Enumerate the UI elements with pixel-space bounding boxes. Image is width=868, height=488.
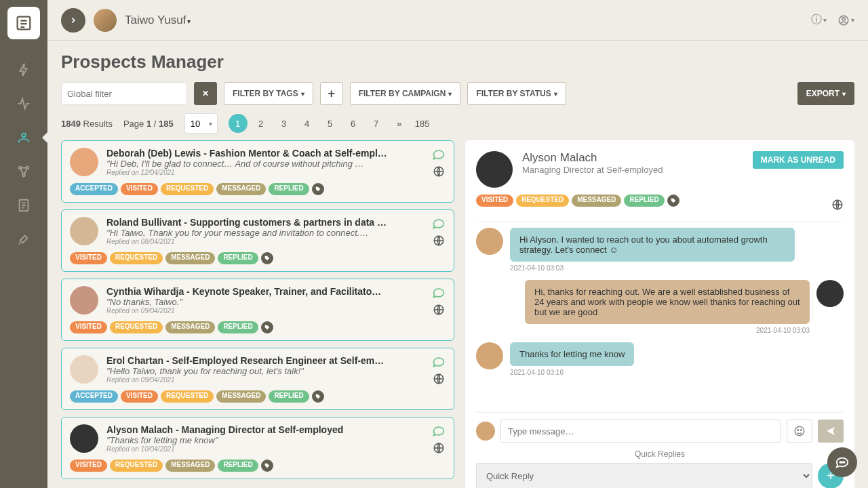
nav-activity-icon[interactable] bbox=[11, 57, 37, 83]
globe-icon[interactable] bbox=[831, 199, 844, 211]
chat-icon[interactable] bbox=[432, 148, 446, 161]
global-filter-input[interactable] bbox=[61, 82, 187, 105]
page-title: Prospects Manager bbox=[61, 52, 854, 73]
prospect-title: Erol Chartan - Self-Employed Research En… bbox=[106, 355, 424, 366]
send-button[interactable] bbox=[818, 420, 844, 443]
status-tag-visited: VISITED bbox=[121, 390, 158, 403]
prospect-card[interactable]: Alyson Malach - Managing Director at Sel… bbox=[61, 417, 454, 479]
chat-icon[interactable] bbox=[432, 424, 446, 438]
globe-icon[interactable] bbox=[433, 373, 445, 385]
app-logo bbox=[7, 7, 40, 39]
status-tag-messaged: MESSAGED bbox=[165, 252, 215, 264]
filter-by-campaign-button[interactable]: FILTER BY CAMPAIGN▾ bbox=[350, 82, 461, 105]
svg-point-19 bbox=[844, 462, 845, 463]
message-bubble: Thanks for letting me know bbox=[510, 342, 634, 366]
prospect-title: Alyson Malach - Managing Director at Sel… bbox=[106, 424, 424, 435]
prospect-tags: VISITEDREQUESTEDMESSAGEDREPLIED bbox=[70, 321, 446, 333]
page-button[interactable]: 5 bbox=[321, 114, 340, 133]
add-tag-filter-button[interactable]: + bbox=[320, 82, 343, 105]
status-tag-requested: REQUESTED bbox=[161, 390, 214, 403]
globe-icon[interactable] bbox=[433, 235, 445, 247]
page-button[interactable]: 2 bbox=[252, 114, 271, 133]
prospect-date: Replied on 08/04/2021 bbox=[106, 238, 424, 245]
status-tag-messaged: MESSAGED bbox=[165, 321, 215, 333]
globe-icon[interactable] bbox=[433, 442, 445, 454]
prospect-card[interactable]: Deborah (Deb) Lewis - Fashion Mentor & C… bbox=[61, 140, 454, 203]
prospect-avatar bbox=[70, 355, 98, 384]
prospect-date: Replied on 09/04/2021 bbox=[106, 307, 424, 314]
chat-icon[interactable] bbox=[432, 286, 446, 300]
nav-tools-icon[interactable] bbox=[11, 226, 37, 252]
status-tag-replied: REPLIED bbox=[218, 321, 258, 333]
page-button[interactable]: 6 bbox=[344, 114, 363, 133]
nav-prospects-icon[interactable] bbox=[11, 125, 37, 150]
export-button[interactable]: EXPORT▾ bbox=[797, 82, 854, 105]
page-button[interactable]: 1 bbox=[229, 114, 248, 133]
message-bubble: Hi, thanks for reaching out. We are a we… bbox=[525, 280, 810, 324]
status-tag-visited: VISITED bbox=[70, 460, 107, 472]
nav-network-icon[interactable] bbox=[11, 159, 37, 184]
prospect-card[interactable]: Roland Bullivant - Supporting customers … bbox=[61, 209, 454, 272]
svg-point-17 bbox=[840, 462, 841, 463]
status-tag-requested: REQUESTED bbox=[110, 460, 163, 472]
prospect-avatar bbox=[70, 217, 98, 245]
mark-unread-button[interactable]: MARK AS UNREAD bbox=[753, 151, 844, 169]
prospect-avatar bbox=[70, 148, 98, 176]
status-tag-requested: REQUESTED bbox=[110, 321, 163, 333]
status-tag-messaged: MESSAGED bbox=[216, 183, 266, 195]
composer bbox=[476, 413, 844, 443]
status-tag-messaged: MESSAGED bbox=[216, 390, 266, 403]
status-tag-replied: REPLIED bbox=[624, 195, 664, 207]
page-button[interactable]: 4 bbox=[298, 114, 317, 133]
globe-icon[interactable] bbox=[433, 165, 445, 178]
nav-pulse-icon[interactable] bbox=[11, 91, 37, 117]
tag-icon[interactable] bbox=[261, 321, 273, 333]
per-page-select[interactable]: 10 bbox=[184, 113, 218, 134]
message-input[interactable] bbox=[500, 420, 781, 443]
chat-icon[interactable] bbox=[432, 355, 446, 369]
filter-by-status-button[interactable]: FILTER BY STATUS▾ bbox=[467, 82, 566, 105]
page-button[interactable]: 3 bbox=[275, 114, 294, 133]
nav-document-icon[interactable] bbox=[11, 192, 37, 218]
collapse-sidebar-button[interactable] bbox=[61, 8, 85, 33]
filter-by-tags-button[interactable]: FILTER BY TAGS▾ bbox=[224, 82, 313, 105]
prospect-avatar bbox=[70, 286, 98, 314]
user-dropdown-caret[interactable] bbox=[186, 14, 191, 26]
prospect-title: Roland Bullivant - Supporting customers … bbox=[106, 217, 424, 228]
info-icon[interactable]: ⓘ▾ bbox=[811, 13, 827, 27]
emoji-button[interactable] bbox=[787, 420, 812, 443]
tag-icon[interactable] bbox=[261, 252, 273, 264]
account-icon[interactable]: ▾ bbox=[837, 13, 854, 27]
globe-icon[interactable] bbox=[433, 304, 445, 316]
message-avatar bbox=[476, 228, 503, 255]
svg-point-15 bbox=[797, 430, 799, 431]
tag-icon[interactable] bbox=[261, 460, 273, 472]
help-chat-button[interactable] bbox=[827, 447, 857, 477]
message-row: Hi, thanks for reaching out. We are a we… bbox=[476, 280, 844, 334]
status-tag-visited: VISITED bbox=[70, 321, 107, 333]
status-tag-visited: VISITED bbox=[70, 252, 107, 264]
message-avatar bbox=[816, 280, 844, 307]
prospect-card[interactable]: Erol Chartan - Self-Employed Research En… bbox=[61, 348, 454, 410]
composer-avatar bbox=[476, 422, 495, 441]
tag-icon[interactable] bbox=[312, 183, 324, 195]
page-button[interactable]: 7 bbox=[367, 114, 386, 133]
tag-icon[interactable] bbox=[667, 195, 679, 207]
clear-filter-button[interactable]: ✕ bbox=[194, 82, 217, 105]
message-time: 2021-04-10 03:03 bbox=[510, 264, 795, 272]
prospect-card[interactable]: Cynthia Wihardja - Keynote Speaker, Trai… bbox=[61, 279, 454, 341]
user-avatar[interactable] bbox=[94, 9, 117, 32]
chat-icon[interactable] bbox=[432, 217, 446, 230]
page-button[interactable]: » bbox=[390, 114, 409, 133]
tag-icon[interactable] bbox=[312, 390, 324, 403]
message-row: Hi Alyson. I wanted to reach out to you … bbox=[476, 228, 844, 272]
quick-replies-label: Quick Replies bbox=[476, 449, 844, 459]
quick-reply-select[interactable]: Quick Reply bbox=[476, 463, 812, 488]
prospect-title: Deborah (Deb) Lewis - Fashion Mentor & C… bbox=[106, 148, 424, 159]
status-tag-replied: REPLIED bbox=[218, 252, 258, 264]
svg-point-14 bbox=[795, 426, 804, 436]
page-button[interactable]: 185 bbox=[413, 114, 432, 133]
status-tag-replied: REPLIED bbox=[218, 460, 258, 472]
detail-subtitle: Managing Director at Self-employed bbox=[522, 165, 743, 175]
prospect-preview: "Hello Taiwo, thank you for reaching out… bbox=[106, 366, 424, 376]
